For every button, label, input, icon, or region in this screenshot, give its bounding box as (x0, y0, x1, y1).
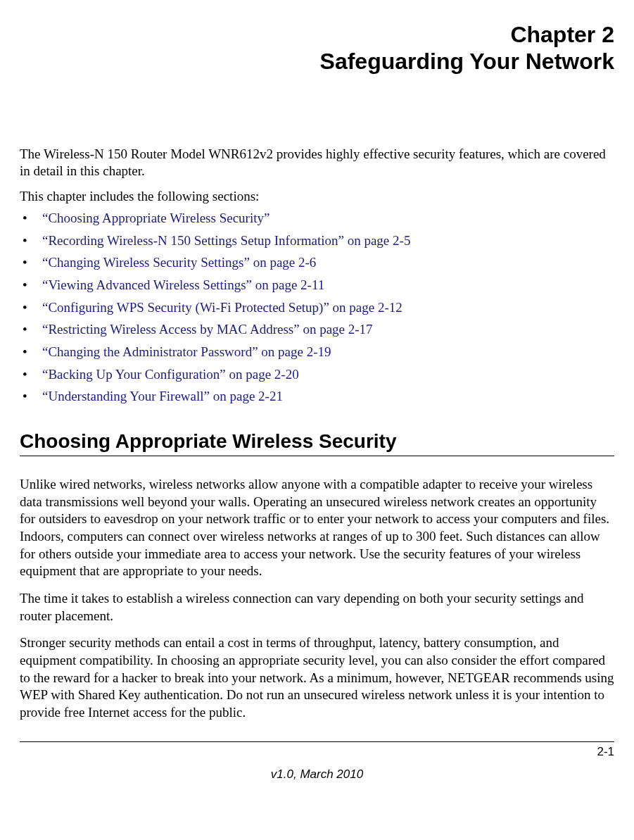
body-paragraph: The time it takes to establish a wireles… (20, 590, 614, 625)
list-item: “Changing Wireless Security Settings” on… (20, 251, 614, 274)
heading-rule (20, 456, 614, 456)
list-item: “Viewing Advanced Wireless Settings” on … (20, 274, 614, 296)
version-text: v1.0, March 2010 (20, 767, 614, 782)
section-link[interactable]: “Choosing Appropriate Wireless Security” (42, 211, 270, 225)
section-link[interactable]: “Backing Up Your Configuration” on page … (42, 367, 299, 382)
body-paragraph: Stronger security methods can entail a c… (20, 634, 614, 721)
list-item: “Understanding Your Firewall” on page 2-… (20, 385, 614, 408)
section-link[interactable]: “Recording Wireless-N 150 Settings Setup… (42, 233, 410, 248)
section-link[interactable]: “Restricting Wireless Access by MAC Addr… (42, 322, 373, 337)
section-link[interactable]: “Viewing Advanced Wireless Settings” on … (42, 277, 324, 292)
section-link[interactable]: “Changing Wireless Security Settings” on… (42, 255, 316, 270)
section-link[interactable]: “Understanding Your Firewall” on page 2-… (42, 389, 283, 403)
list-item: “Choosing Appropriate Wireless Security” (20, 207, 614, 230)
list-item: “Configuring WPS Security (Wi-Fi Protect… (20, 296, 614, 319)
list-item: “Backing Up Your Configuration” on page … (20, 363, 614, 386)
section-heading: Choosing Appropriate Wireless Security (20, 430, 614, 453)
section-link[interactable]: “Configuring WPS Security (Wi-Fi Protect… (42, 300, 402, 315)
page: Chapter 2 Safeguarding Your Network The … (0, 0, 634, 840)
list-item: “Changing the Administrator Password” on… (20, 341, 614, 363)
chapter-title: Safeguarding Your Network (20, 48, 614, 75)
chapter-header: Chapter 2 Safeguarding Your Network (20, 21, 614, 75)
section-list: “Choosing Appropriate Wireless Security”… (20, 207, 614, 408)
footer: 2-1 v1.0, March 2010 (20, 745, 614, 782)
list-item: “Recording Wireless-N 150 Settings Setup… (20, 230, 614, 252)
footer-rule (20, 741, 614, 742)
intro-paragraph: The Wireless-N 150 Router Model WNR612v2… (20, 146, 614, 180)
page-number: 2-1 (20, 745, 614, 759)
list-item: “Restricting Wireless Access by MAC Addr… (20, 318, 614, 341)
section-list-intro: This chapter includes the following sect… (20, 189, 614, 204)
chapter-label: Chapter 2 (20, 21, 614, 48)
body-paragraph: Unlike wired networks, wireless networks… (20, 476, 614, 580)
section-link[interactable]: “Changing the Administrator Password” on… (42, 344, 331, 359)
